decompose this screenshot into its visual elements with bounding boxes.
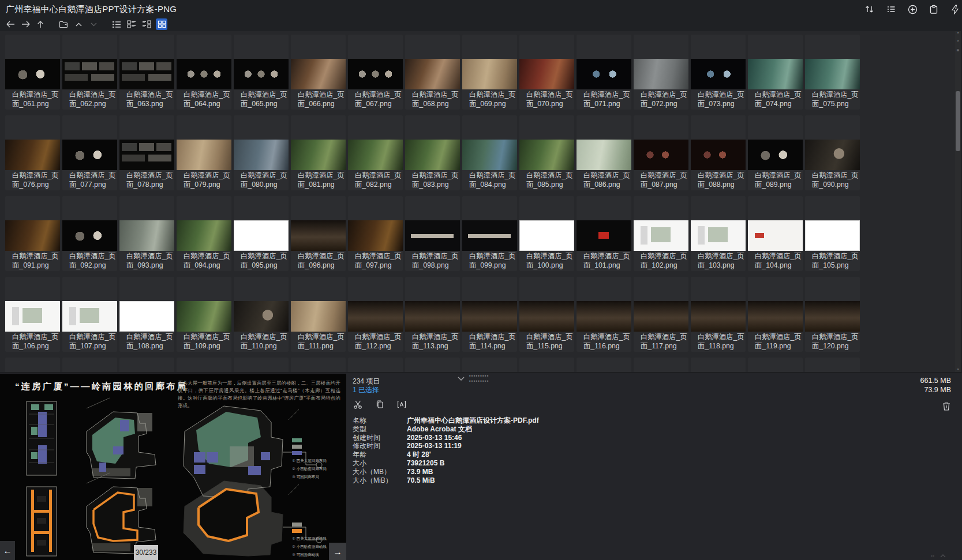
preview-next-button[interactable]: → (329, 543, 346, 560)
grid-tile[interactable]: 白鹅潭酒店_页面_103.png (691, 196, 746, 271)
grid-tile[interactable]: 白鹅潭酒店_页面_098.png (405, 196, 460, 271)
grid-tile[interactable]: 白鹅潭酒店_页面_085.png (519, 115, 574, 190)
grid-tile[interactable]: 白鹅潭酒店_页面_077.png (62, 115, 117, 190)
collapse-down-icon[interactable] (88, 18, 99, 30)
grid-tile[interactable]: 白鹅潭酒店_页面_074.png (748, 35, 803, 110)
grid-tile[interactable]: 白鹅潭酒店_页面_078.png (119, 115, 174, 190)
delete-icon[interactable] (941, 400, 952, 412)
grid-tile[interactable]: 白鹅潭酒店_页面_079.png (177, 115, 231, 190)
grid-tile[interactable]: 白鹅潭酒店_页面_100.png (519, 196, 574, 271)
grid-tile[interactable]: 白鹅潭酒店_页面_081.png (291, 115, 346, 190)
hidden-taskbar-hint[interactable]: ▪▪ (931, 553, 946, 559)
grid-tile[interactable]: 白鹅潭酒店_页面_073.png (691, 35, 746, 110)
grid-tile[interactable]: 白鹅潭酒店_页面_108.png (119, 277, 174, 352)
lightning-icon[interactable] (949, 3, 961, 15)
grid-tile-partial[interactable] (691, 358, 746, 372)
panel-collapse-handle[interactable]: ▪▪▪▪▪▪▪▪▪▪▪▪▪▪▪▪▪▪ (458, 373, 489, 384)
preview-pane[interactable]: “连房广厦”——岭南园林的回廊布局 西关大屋一般前座为一层，后侧设置两层至三层的… (0, 374, 346, 560)
grid-tile[interactable]: 白鹅潭酒店_页面_119.png (748, 277, 803, 352)
grid-tile[interactable]: 白鹅潭酒店_页面_112.png (348, 277, 403, 352)
vertical-scrollbar[interactable]: ⌃ ⌃ ≡ ⌄ (955, 31, 961, 372)
grid-tile[interactable]: 白鹅潭酒店_页面_062.png (62, 35, 117, 110)
grid-tile[interactable]: 白鹅潭酒店_页面_095.png (234, 196, 289, 271)
grid-tile[interactable]: 白鹅潭酒店_页面_080.png (234, 115, 289, 190)
grid-tile[interactable]: 白鹅潭酒店_页面_091.png (5, 196, 60, 271)
grid-tile[interactable]: 白鹅潭酒店_页面_082.png (348, 115, 403, 190)
grid-tile-partial[interactable] (462, 358, 517, 372)
cut-icon[interactable] (351, 398, 365, 411)
grid-tile[interactable]: 白鹅潭酒店_页面_105.png (805, 196, 860, 271)
grid-tile[interactable]: 白鹅潭酒店_页面_088.png (691, 115, 746, 190)
copy-icon[interactable] (373, 398, 387, 411)
grid-tile[interactable]: 白鹅潭酒店_页面_117.png (634, 277, 688, 352)
scrollbar-down-icon[interactable]: ⌄ (955, 365, 961, 372)
grid-tile[interactable]: 白鹅潭酒店_页面_106.png (5, 277, 60, 352)
preview-prev-button[interactable]: ← (0, 541, 15, 560)
grid-tile-partial[interactable] (748, 358, 803, 372)
rename-icon[interactable] (395, 398, 409, 411)
grid-tile[interactable]: 白鹅潭酒店_页面_065.png (234, 35, 289, 110)
grid-tile[interactable]: 白鹅潭酒店_页面_111.png (291, 277, 346, 352)
grid-tile-partial[interactable] (291, 358, 346, 372)
grid-tile[interactable]: 白鹅潭酒店_页面_072.png (634, 35, 688, 110)
grid-tile-partial[interactable] (177, 358, 231, 372)
grid-tile[interactable]: 白鹅潭酒店_页面_120.png (805, 277, 860, 352)
grid-tile[interactable]: 白鹅潭酒店_页面_109.png (177, 277, 231, 352)
grid-tile[interactable]: 白鹅潭酒店_页面_099.png (462, 196, 517, 271)
grid-tile[interactable]: 白鹅潭酒店_页面_115.png (519, 277, 574, 352)
sort-icon[interactable] (864, 3, 875, 15)
grid-tile-partial[interactable] (5, 358, 60, 372)
grid-tile[interactable]: 白鹅潭酒店_页面_069.png (462, 35, 517, 110)
grid-tile[interactable]: 白鹅潭酒店_页面_089.png (748, 115, 803, 190)
folder-history-icon[interactable] (58, 18, 69, 30)
back-icon[interactable] (5, 18, 16, 30)
grid-tile-partial[interactable] (519, 358, 574, 372)
grid-tile[interactable]: 白鹅潭酒店_页面_116.png (577, 277, 631, 352)
grid-tile-partial[interactable] (805, 358, 860, 372)
content-view-icon[interactable] (141, 18, 152, 30)
grid-tile[interactable]: 白鹅潭酒店_页面_092.png (62, 196, 117, 271)
grid-view-icon[interactable] (156, 18, 167, 30)
tiles-view-icon[interactable] (126, 18, 137, 30)
grid-tile[interactable]: 白鹅潭酒店_页面_093.png (119, 196, 174, 271)
view-options-icon[interactable] (885, 3, 897, 15)
add-new-icon[interactable] (907, 3, 918, 15)
grid-tile-partial[interactable] (119, 358, 174, 372)
grid-tile[interactable]: 白鹅潭酒店_页面_087.png (634, 115, 688, 190)
grid-tile[interactable]: 白鹅潭酒店_页面_061.png (5, 35, 60, 110)
grid-tile-partial[interactable] (348, 358, 403, 372)
list-view-icon[interactable] (111, 18, 122, 30)
grid-tile-partial[interactable] (634, 358, 688, 372)
grid-tile[interactable]: 白鹅潭酒店_页面_107.png (62, 277, 117, 352)
grid-tile-partial[interactable] (577, 358, 631, 372)
grid-tile[interactable]: 白鹅潭酒店_页面_114.png (462, 277, 517, 352)
scrollbar-grip-icon[interactable]: ≡ (955, 47, 961, 54)
grid-tile[interactable]: 白鹅潭酒店_页面_071.png (577, 35, 631, 110)
grid-tile[interactable]: 白鹅潭酒店_页面_075.png (805, 35, 860, 110)
grid-tile[interactable]: 白鹅潭酒店_页面_068.png (405, 35, 460, 110)
grid-tile[interactable]: 白鹅潭酒店_页面_101.png (577, 196, 631, 271)
scrollbar-pageup-icon[interactable]: ⌃ (955, 39, 961, 46)
grid-tile[interactable]: 白鹅潭酒店_页面_110.png (234, 277, 289, 352)
up-icon[interactable] (35, 18, 46, 30)
grid-tile[interactable]: 白鹅潭酒店_页面_118.png (691, 277, 746, 352)
collapse-up-icon[interactable] (73, 18, 84, 30)
grid-tile[interactable]: 白鹅潭酒店_页面_067.png (348, 35, 403, 110)
grid-tile[interactable]: 白鹅潭酒店_页面_086.png (577, 115, 631, 190)
forward-icon[interactable] (20, 18, 31, 30)
scrollbar-thumb[interactable] (956, 91, 960, 151)
grid-tile[interactable]: 白鹅潭酒店_页面_090.png (805, 115, 860, 190)
grid-tile[interactable]: 白鹅潭酒店_页面_070.png (519, 35, 574, 110)
grid-tile[interactable]: 白鹅潭酒店_页面_083.png (405, 115, 460, 190)
grid-tile[interactable]: 白鹅潭酒店_页面_097.png (348, 196, 403, 271)
grid-tile[interactable]: 白鹅潭酒店_页面_113.png (405, 277, 460, 352)
grid-tile[interactable]: 白鹅潭酒店_页面_104.png (748, 196, 803, 271)
scrollbar-up-icon[interactable]: ⌃ (955, 31, 961, 38)
grid-tile[interactable]: 白鹅潭酒店_页面_076.png (5, 115, 60, 190)
grid-tile[interactable]: 白鹅潭酒店_页面_096.png (291, 196, 346, 271)
grid-tile[interactable]: 白鹅潭酒店_页面_084.png (462, 115, 517, 190)
paste-icon[interactable] (928, 3, 939, 15)
grid-tile-partial[interactable] (405, 358, 460, 372)
grid-tile[interactable]: 白鹅潭酒店_页面_094.png (177, 196, 231, 271)
grid-tile-partial[interactable] (62, 358, 117, 372)
